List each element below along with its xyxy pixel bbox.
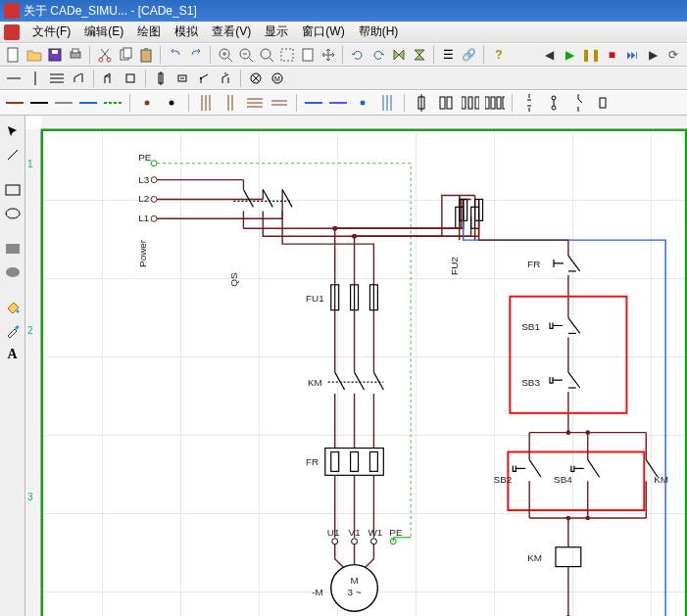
zoom-fit-icon[interactable] <box>257 45 275 65</box>
cut-icon[interactable] <box>95 45 114 65</box>
node-brown-icon[interactable] <box>136 92 158 114</box>
rotate-ccw-icon[interactable] <box>368 45 387 65</box>
menu-edit[interactable]: 编辑(E) <box>77 22 130 42</box>
nc-contact-icon[interactable] <box>99 69 119 88</box>
prop-icon[interactable]: ☰ <box>439 45 458 65</box>
wire-gray-icon[interactable] <box>53 92 74 114</box>
wire-brown-icon[interactable] <box>4 92 25 114</box>
zoom-out-icon[interactable] <box>236 45 255 65</box>
pointer-tool-icon[interactable] <box>3 121 23 141</box>
wire-black-icon[interactable] <box>28 92 50 114</box>
svg-rect-61 <box>497 97 501 109</box>
cable-v-icon[interactable] <box>25 69 45 88</box>
undo-icon[interactable] <box>166 45 184 65</box>
zoom-in-icon[interactable] <box>216 45 234 65</box>
fu1-fuse <box>331 285 378 310</box>
lamp-icon[interactable] <box>246 69 266 88</box>
save-icon[interactable] <box>45 45 64 65</box>
help-icon[interactable]: ? <box>489 45 508 65</box>
menu-draw[interactable]: 绘图 <box>130 22 168 42</box>
motor-icon[interactable]: M <box>268 69 287 88</box>
eyedropper-tool-icon[interactable] <box>3 321 23 341</box>
text-tool-icon[interactable]: A <box>3 345 23 364</box>
sim-next-frame-icon[interactable]: ▶ <box>644 45 662 65</box>
overload-icon[interactable] <box>172 69 192 88</box>
switch-icon[interactable] <box>194 69 214 88</box>
svg-point-76 <box>151 196 157 202</box>
disconnect2-icon[interactable] <box>543 92 564 114</box>
km-main-contact <box>328 372 384 390</box>
zoom-area-icon[interactable] <box>277 45 296 65</box>
phase3-blue-icon[interactable] <box>376 92 398 114</box>
copy-icon[interactable] <box>116 45 134 65</box>
phase3-brown-icon[interactable] <box>195 92 217 114</box>
label-pe2: PE <box>389 527 403 538</box>
sim-loop-icon[interactable]: ⟳ <box>664 45 683 65</box>
svg-point-71 <box>6 267 20 277</box>
fillellipse-tool-icon[interactable] <box>3 262 23 282</box>
fuse2-icon[interactable] <box>435 92 457 114</box>
svg-point-86 <box>352 234 357 239</box>
no-contact-icon[interactable] <box>69 69 88 88</box>
flip-v-icon[interactable] <box>410 45 428 65</box>
phase2h-brown-icon[interactable] <box>269 92 290 114</box>
menu-view[interactable]: 查看(V) <box>205 22 258 42</box>
node-blue-icon[interactable] <box>352 92 373 114</box>
wire-blue-icon[interactable] <box>77 92 99 114</box>
disconnect3-icon[interactable] <box>567 92 589 114</box>
disconnect1-icon[interactable] <box>518 92 540 114</box>
svg-rect-15 <box>303 49 313 61</box>
disconnect4-icon[interactable] <box>592 92 613 114</box>
rotate-cw-icon[interactable] <box>348 45 367 65</box>
wire-green-dash-icon[interactable] <box>102 92 123 114</box>
fuse4-icon[interactable] <box>484 92 506 114</box>
ruler-left: 1 2 3 <box>25 129 41 616</box>
cable-3-icon[interactable] <box>47 69 67 88</box>
flip-h-icon[interactable] <box>389 45 408 65</box>
sim-pause-icon[interactable]: ❚❚ <box>581 45 601 65</box>
svg-point-72 <box>16 310 19 313</box>
cable-h-icon[interactable] <box>4 69 24 88</box>
phase2-brown-icon[interactable] <box>220 92 241 114</box>
highlight-box-2 <box>508 451 644 510</box>
line-tool-icon[interactable] <box>3 145 23 165</box>
pan-icon[interactable] <box>319 45 337 65</box>
redo-icon[interactable] <box>186 45 205 65</box>
fuse1-icon[interactable] <box>411 92 432 114</box>
sim-step-icon[interactable]: ⏭ <box>623 45 642 65</box>
fuse3-icon[interactable] <box>460 92 481 114</box>
link-icon[interactable]: 🔗 <box>460 45 478 65</box>
sim-play-icon[interactable]: ▶ <box>561 45 579 65</box>
svg-point-107 <box>332 539 338 545</box>
new-file-icon[interactable] <box>4 45 23 65</box>
sim-stop-icon[interactable]: ■ <box>603 45 621 65</box>
label-l1: L1 <box>138 213 150 223</box>
zoom-page-icon[interactable] <box>298 45 317 65</box>
svg-rect-66 <box>600 98 606 108</box>
svg-rect-70 <box>6 244 20 254</box>
push-btn-icon[interactable] <box>216 69 235 88</box>
bucket-tool-icon[interactable] <box>3 298 23 317</box>
menu-file[interactable]: 文件(F) <box>25 22 77 42</box>
menu-display[interactable]: 显示 <box>258 22 295 42</box>
wire-lightblue-icon[interactable] <box>327 92 349 114</box>
menu-help[interactable]: 帮助(H) <box>352 22 406 42</box>
svg-rect-54 <box>440 97 445 109</box>
menu-window[interactable]: 窗口(W) <box>295 22 351 42</box>
open-file-icon[interactable] <box>25 45 43 65</box>
fuse-icon[interactable] <box>151 69 171 88</box>
rect-tool-icon[interactable] <box>3 180 23 200</box>
node-black-icon[interactable] <box>161 92 182 114</box>
label-motor-sub: 3 ~ <box>348 587 362 597</box>
ellipse-tool-icon[interactable] <box>3 204 23 223</box>
fillrect-tool-icon[interactable] <box>3 239 23 259</box>
phase3h-brown-icon[interactable] <box>244 92 266 114</box>
print-icon[interactable] <box>66 45 84 65</box>
drawing-canvas[interactable]: PE L3 L2 L1 Power <box>41 129 687 616</box>
ruler-mark: 1 <box>27 159 33 169</box>
coil-icon[interactable] <box>121 69 140 88</box>
wire-blue2-icon[interactable] <box>303 92 324 114</box>
menu-sim[interactable]: 模拟 <box>168 22 205 42</box>
sim-prev-icon[interactable]: ◀ <box>540 45 559 65</box>
paste-icon[interactable] <box>136 45 155 65</box>
